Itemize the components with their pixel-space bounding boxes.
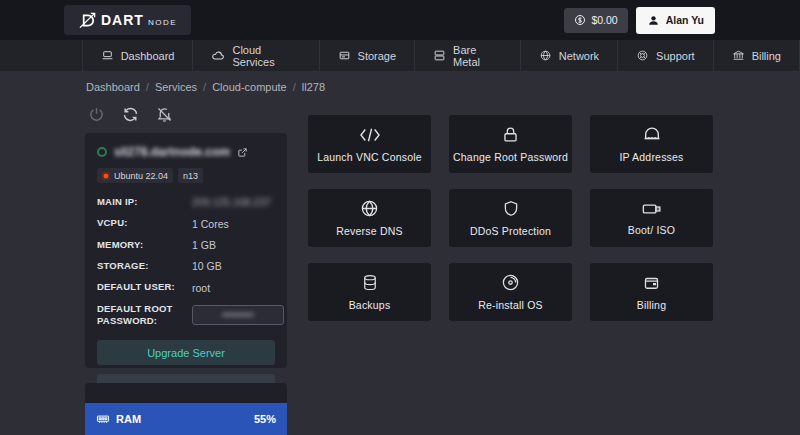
breadcrumb-cloud-compute[interactable]: Cloud-compute	[212, 81, 287, 93]
header-right: $0.00 Alan Yu	[564, 7, 715, 34]
action-ip-addresses[interactable]: IP Addresses	[590, 115, 713, 173]
nav-item-billing[interactable]: Billing	[714, 40, 800, 71]
node-badge-label: n13	[183, 171, 198, 181]
external-link-icon[interactable]	[237, 147, 248, 158]
server-icon	[433, 49, 446, 62]
spec-label: DEFAULT ROOT PASSWORD:	[97, 303, 192, 328]
reboot-icon[interactable]	[122, 106, 139, 123]
nav-item-support[interactable]: Support	[618, 40, 714, 71]
usage-card: RAM 55%	[85, 383, 287, 435]
nav-label: Network	[559, 50, 599, 62]
nav-item-storage[interactable]: Storage	[320, 40, 416, 71]
spec-label: STORAGE:	[97, 260, 192, 272]
nav-label: Cloud Services	[232, 44, 300, 68]
ubuntu-icon	[102, 172, 110, 180]
disc-icon	[501, 273, 520, 292]
page: DART NODE $0.00 Alan Yu	[0, 0, 800, 435]
top-header: DART NODE $0.00 Alan Yu	[0, 0, 800, 40]
spec-value-main-ip: 209.125.168.237	[192, 196, 275, 208]
spec-label: MEMORY:	[97, 239, 192, 251]
breadcrumb-separator: /	[293, 81, 296, 93]
user-name: Alan Yu	[666, 14, 704, 26]
hostname-row: sll278.dartnode.com	[97, 145, 275, 159]
spec-value-memory: 1 GB	[192, 239, 275, 251]
shield-icon	[502, 199, 520, 218]
ram-percent: 55%	[254, 413, 276, 425]
spec-row-default-user: DEFAULT USER: root	[97, 281, 275, 293]
nav-label: Bare Metal	[453, 44, 502, 68]
logo-suffix-text: NODE	[148, 18, 177, 27]
globe-icon	[360, 199, 379, 218]
user-menu-button[interactable]: Alan Yu	[636, 7, 715, 34]
action-label: Billing	[637, 299, 666, 311]
root-password-masked: ••••••••••	[222, 310, 254, 320]
spec-row-storage: STORAGE: 10 GB	[97, 260, 275, 272]
action-label: DDoS Protection	[470, 225, 551, 237]
spec-label: VCPU:	[97, 217, 192, 229]
badge-row: Ubuntu 22.04 n13	[97, 168, 275, 183]
action-launch-vnc-console[interactable]: Launch VNC Console	[308, 115, 431, 173]
ram-chip-icon	[96, 412, 110, 426]
spec-list: MAIN IP: 209.125.168.237 VCPU: 1 Cores M…	[97, 196, 275, 327]
logo-text: DART	[101, 12, 144, 28]
nav-label: Support	[656, 50, 695, 62]
breadcrumb: Dashboard / Services / Cloud-compute / l…	[86, 81, 325, 93]
server-controls	[88, 106, 173, 123]
action-reinstall-os[interactable]: Re-install OS	[449, 263, 572, 321]
server-info-panel: sll278.dartnode.com Ubuntu 22.04 n13 MAI…	[85, 133, 287, 368]
upgrade-server-button[interactable]: Upgrade Server	[97, 340, 275, 365]
power-icon[interactable]	[88, 106, 105, 123]
action-ddos-protection[interactable]: DDoS Protection	[449, 189, 572, 247]
nav-item-bare-metal[interactable]: Bare Metal	[415, 40, 521, 71]
dart-arrow-icon	[78, 11, 97, 30]
lifebuoy-icon	[636, 49, 649, 62]
cloud-icon	[211, 49, 225, 63]
nav-label: Storage	[358, 50, 397, 62]
ram-usage-row[interactable]: RAM 55%	[85, 403, 287, 435]
spec-value-default-user: root	[192, 282, 275, 294]
node-badge: n13	[178, 168, 203, 183]
nav-item-dashboard[interactable]: Dashboard	[83, 40, 194, 71]
breadcrumb-separator: /	[203, 81, 206, 93]
breadcrumb-separator: /	[146, 81, 149, 93]
dartnode-logo[interactable]: DART NODE	[64, 5, 191, 35]
usb-drive-icon	[641, 201, 663, 217]
spec-row-vcpu: VCPU: 1 Cores	[97, 217, 275, 229]
spec-label: DEFAULT USER:	[97, 281, 192, 293]
spec-value-storage: 10 GB	[192, 260, 275, 272]
spec-value-vcpu: 1 Cores	[192, 218, 275, 230]
server-hostname: sll278.dartnode.com	[114, 145, 230, 159]
nav-item-cloud-services[interactable]: Cloud Services	[193, 40, 319, 71]
action-label: Backups	[349, 299, 391, 311]
action-label: Launch VNC Console	[317, 151, 422, 163]
user-icon	[647, 14, 660, 27]
nav-label: Dashboard	[121, 50, 175, 62]
laptop-icon	[101, 49, 114, 62]
action-label: Re-install OS	[478, 299, 542, 311]
action-reverse-dns[interactable]: Reverse DNS	[308, 189, 431, 247]
wallet-icon	[642, 274, 661, 292]
action-billing[interactable]: Billing	[590, 263, 713, 321]
coin-icon	[574, 14, 586, 26]
action-boot-iso[interactable]: Boot/ ISO	[590, 189, 713, 247]
spec-row-main-ip: MAIN IP: 209.125.168.237	[97, 196, 275, 208]
action-label: Change Root Password	[453, 151, 568, 163]
balance-button[interactable]: $0.00	[564, 8, 627, 33]
root-password-field[interactable]: ••••••••••	[192, 305, 284, 325]
spec-label: MAIN IP:	[97, 196, 192, 208]
bell-slash-icon[interactable]	[156, 106, 173, 123]
breadcrumb-services[interactable]: Services	[155, 81, 197, 93]
action-change-root-password[interactable]: Change Root Password	[449, 115, 572, 173]
lock-icon	[501, 125, 520, 144]
action-backups[interactable]: Backups	[308, 263, 431, 321]
database-icon	[361, 273, 379, 292]
nav-item-network[interactable]: Network	[521, 40, 618, 71]
action-label: Reverse DNS	[336, 225, 402, 237]
spec-row-root-password: DEFAULT ROOT PASSWORD: ••••••••••	[97, 303, 275, 328]
nav-spacer	[0, 40, 83, 71]
action-label: Boot/ ISO	[628, 224, 675, 236]
action-grid: Launch VNC Console Change Root Password …	[308, 115, 713, 321]
os-badge: Ubuntu 22.04	[97, 168, 173, 183]
breadcrumb-dashboard[interactable]: Dashboard	[86, 81, 140, 93]
action-label: IP Addresses	[619, 151, 683, 163]
